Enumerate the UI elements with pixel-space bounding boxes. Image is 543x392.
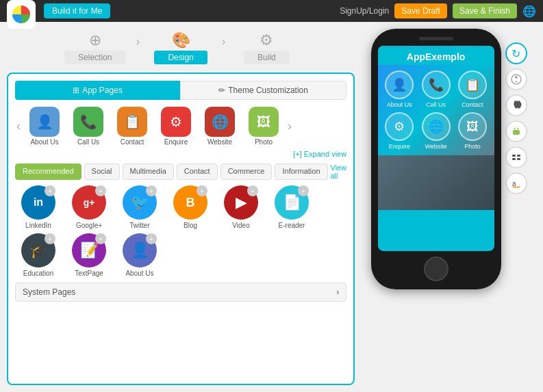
ios-icon-btn[interactable] xyxy=(505,68,527,90)
topbar: Build it for Me SignUp/Login Save Draft … xyxy=(0,0,543,22)
build-icon: ⚙ xyxy=(260,31,273,49)
photo-label: Photo xyxy=(255,138,273,146)
design-icon: 🎨 xyxy=(172,31,190,49)
education-add-icon: + xyxy=(45,233,55,244)
phone-enquire[interactable]: ⚙ Enquire xyxy=(383,112,416,150)
addon-twitter[interactable]: 🐦 + Twitter xyxy=(116,185,163,229)
logo xyxy=(7,0,36,29)
page-item-callus[interactable]: 📞 Call Us xyxy=(67,107,110,146)
addon-video[interactable]: ▶ + Video xyxy=(218,185,264,229)
cat-tab-information[interactable]: Information xyxy=(275,164,327,180)
cat-tab-social[interactable]: Social xyxy=(84,164,120,180)
system-pages-label: System Pages xyxy=(23,287,75,297)
twitter-label: Twitter xyxy=(129,222,149,229)
linkedin-add-icon: + xyxy=(45,185,55,196)
expand-link[interactable]: [+] Expand view xyxy=(15,150,346,158)
phone-callus[interactable]: 📞 Call Us xyxy=(420,70,452,108)
phone-app-grid: 👤 About Us 📞 Call Us 📋 Contact ⚙ xyxy=(378,65,494,155)
about-us-icon[interactable]: 👤 xyxy=(29,107,60,137)
photo-icon[interactable]: 🖼 xyxy=(249,107,279,137)
phone-about-label: About Us xyxy=(387,101,412,108)
call-us-label: Call Us xyxy=(77,138,99,146)
globe-icon[interactable]: 🌐 xyxy=(522,5,536,18)
phone-screen: AppExemplo 👤 About Us 📞 Call Us 📋 Con xyxy=(378,46,494,251)
google-label: Google+ xyxy=(76,222,102,229)
contact-icon[interactable]: 📋 xyxy=(117,107,147,137)
textpage-label: TextPage xyxy=(75,270,103,277)
selection-label[interactable]: Selection xyxy=(64,51,125,64)
page-item-photo[interactable]: 🖼 Photo xyxy=(242,107,285,146)
enquire-icon[interactable]: ⚙ xyxy=(161,107,191,137)
theme-icon: ✏ xyxy=(218,86,225,95)
cat-tab-multimedia[interactable]: Multimedia xyxy=(123,164,174,180)
build-it-btn[interactable]: Build it for Me xyxy=(44,3,110,18)
apple-icon-btn[interactable] xyxy=(505,94,527,116)
pages-row: ‹ 👤 About Us 📞 Call Us 📋 Contact ⚙ Enqui… xyxy=(15,107,346,146)
phone-photo-icon: 🖼 xyxy=(458,112,487,141)
linkedin-label: LinkedIn xyxy=(25,222,51,229)
left-panel: ⊕ Selection › 🎨 Design › ⚙ Build ⊞ App P… xyxy=(7,29,355,385)
phone-app-name: AppExemplo xyxy=(378,46,494,65)
side-icons: ↻ a xyxy=(505,42,527,194)
svg-rect-11 xyxy=(517,158,520,160)
education-label: Education xyxy=(23,270,53,277)
cat-tab-contact[interactable]: Contact xyxy=(177,164,218,180)
phone-contact[interactable]: 📋 Contact xyxy=(456,70,488,108)
save-draft-btn[interactable]: Save Draft xyxy=(394,3,447,18)
blog-add-icon: + xyxy=(197,185,207,196)
pages-next-btn[interactable]: › xyxy=(286,119,293,133)
phone-mockup: AppExemplo 👤 About Us 📞 Call Us 📋 Con xyxy=(371,29,501,289)
about-us-label: About Us xyxy=(30,138,58,146)
call-us-icon[interactable]: 📞 xyxy=(73,107,103,137)
phone-contact-label: Contact xyxy=(462,101,483,108)
theme-tab[interactable]: ✏ Theme Customization xyxy=(180,81,346,100)
page-item-enquire[interactable]: ⚙ Enquire xyxy=(155,107,197,146)
system-pages-bar[interactable]: System Pages › xyxy=(15,283,346,302)
contact-label: Contact xyxy=(121,138,144,146)
signup-link[interactable]: SignUp/Login xyxy=(340,6,389,16)
svg-rect-9 xyxy=(517,155,520,157)
build-label[interactable]: Build xyxy=(244,51,290,64)
cat-tab-commerce[interactable]: Commerce xyxy=(220,164,273,180)
amazon-icon-btn[interactable]: a xyxy=(505,172,527,194)
page-item-contact[interactable]: 📋 Contact xyxy=(111,107,153,146)
phone-about-us[interactable]: 👤 About Us xyxy=(383,70,416,108)
addon-textpage[interactable]: 📝 + TextPage xyxy=(66,233,112,277)
cat-tab-recommended[interactable]: Recommended xyxy=(15,164,81,180)
phone-callus-icon: 📞 xyxy=(422,70,451,99)
addon-googleplus[interactable]: g+ + Google+ xyxy=(66,185,112,229)
phone-home-btn[interactable] xyxy=(424,257,449,281)
addon-education[interactable]: 🎓 + Education xyxy=(15,233,62,277)
addon-ereader[interactable]: 📄 + E-reader xyxy=(268,185,315,229)
step-selection[interactable]: ⊕ Selection xyxy=(54,31,136,64)
view-all-link[interactable]: View all xyxy=(331,164,347,180)
refresh-icon-btn[interactable]: ↻ xyxy=(505,42,527,64)
phone-callus-label: Call Us xyxy=(426,101,446,108)
builder-panel: ⊞ App Pages ✏ Theme Customization ‹ 👤 Ab… xyxy=(7,73,355,385)
addon-linkedin[interactable]: in + LinkedIn xyxy=(15,185,62,229)
phone-website-icon: 🌐 xyxy=(422,112,451,141)
pages-prev-btn[interactable]: ‹ xyxy=(15,119,22,133)
page-item-about[interactable]: 👤 About Us xyxy=(23,107,66,146)
addon-aboutus[interactable]: 👤 + About Us xyxy=(116,233,163,277)
step-design[interactable]: 🎨 Design xyxy=(140,31,222,64)
phone-photo[interactable]: 🖼 Photo xyxy=(456,112,488,150)
phone-enquire-label: Enquire xyxy=(389,143,410,150)
video-add-icon: + xyxy=(247,185,258,196)
android-icon-btn[interactable] xyxy=(505,120,527,142)
aboutus-label: About Us xyxy=(125,270,153,277)
page-item-website[interactable]: 🌐 Website xyxy=(199,107,241,146)
save-finish-btn[interactable]: Save & Finish xyxy=(453,3,517,18)
website-icon[interactable]: 🌐 xyxy=(205,107,235,137)
phone-contact-icon: 📋 xyxy=(458,70,487,99)
blackberry-icon-btn[interactable] xyxy=(505,146,527,168)
addon-blog[interactable]: B + Blog xyxy=(167,185,214,229)
step-build[interactable]: ⚙ Build xyxy=(225,31,307,64)
website-label: Website xyxy=(207,138,232,146)
app-pages-tab[interactable]: ⊞ App Pages xyxy=(15,81,180,100)
textpage-add-icon: + xyxy=(95,233,106,244)
phone-website[interactable]: 🌐 Website xyxy=(420,112,452,150)
steps-bar: ⊕ Selection › 🎨 Design › ⚙ Build xyxy=(7,29,355,67)
design-label[interactable]: Design xyxy=(154,51,207,64)
google-add-icon: + xyxy=(95,185,106,196)
